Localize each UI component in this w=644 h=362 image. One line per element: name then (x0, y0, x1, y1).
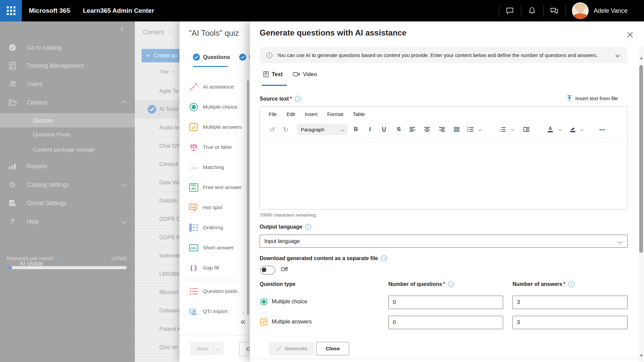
output-language-select[interactable]: Input language (260, 235, 628, 248)
collapse-panel-icon[interactable]: « (240, 316, 246, 327)
breadcrumb[interactable]: Content (143, 29, 170, 36)
mc-num-questions-input[interactable] (388, 296, 503, 309)
indent-button[interactable] (523, 127, 530, 132)
scrollbar-up-arrow[interactable] (640, 57, 643, 59)
text-color-dropdown[interactable] (559, 128, 561, 131)
quiz-row[interactable]: GDPR Co (135, 210, 179, 229)
quiz-row[interactable]: Dolphin (135, 192, 179, 210)
menu-edit[interactable]: Edit (286, 111, 295, 117)
quiz-row[interactable]: Comput (135, 155, 179, 174)
user-avatar[interactable] (572, 2, 589, 19)
bullet-list-button[interactable] (467, 127, 474, 132)
close-panel-button[interactable] (624, 29, 636, 40)
info-icon[interactable]: i (381, 255, 387, 261)
save-button[interactable]: Save (190, 342, 224, 355)
align-left-button[interactable] (410, 127, 416, 132)
feedback-button[interactable] (549, 6, 559, 16)
scrollbar-thumb[interactable] (639, 65, 643, 253)
menu-table[interactable]: Table (353, 111, 365, 117)
sidebar-item-users[interactable]: Users (0, 77, 135, 92)
sidebar-item-go-to-catalog[interactable]: Go to catalog (0, 40, 135, 55)
question-type-gap-fill[interactable]: { } Gap fill (179, 258, 250, 278)
block-format-dropdown[interactable]: Paragraph (297, 124, 347, 135)
scrollbar-down-arrow[interactable] (640, 355, 643, 357)
quiz-row[interactable]: GDPR Kr (135, 229, 179, 247)
sidebar-item-catalog-settings[interactable]: Catalog settings (0, 177, 135, 192)
cancel-button-clipped[interactable]: C (239, 342, 250, 356)
sidebar-item-global-settings[interactable]: A Global Settings (0, 196, 135, 210)
info-icon[interactable]: i (569, 281, 575, 287)
quiz-row[interactable]: Onboard (135, 302, 179, 320)
numbered-list-dropdown[interactable] (512, 128, 514, 131)
menu-format[interactable]: Format (327, 111, 343, 117)
sidebar-item-question-pools[interactable]: Question Pools (0, 127, 135, 142)
notifications-button[interactable] (527, 6, 537, 16)
question-type-short-answer[interactable]: Abc Short answer (179, 238, 250, 258)
user-name[interactable]: Adele Vance (594, 0, 628, 21)
menu-file[interactable]: File (269, 111, 277, 117)
question-type-multiple-choice[interactable]: Multiple choice (179, 97, 250, 117)
text-color-button[interactable]: A (548, 126, 553, 132)
tab-details[interactable]: D (239, 54, 250, 61)
quiz-row[interactable]: Icebreak (135, 247, 179, 265)
question-type-free-text-answer[interactable]: Abcdef Free text answer (179, 177, 250, 197)
more-toolbar-button[interactable]: ••• (599, 127, 605, 132)
sidebar-item-quizzes[interactable]: Quizzes (0, 113, 135, 127)
underline-button[interactable]: U (379, 126, 389, 133)
chevron-down-icon[interactable] (216, 346, 218, 352)
sidebar-item-reports[interactable]: Reports (0, 159, 135, 174)
question-type-ordering[interactable]: Ordering (179, 218, 250, 238)
align-center-button[interactable] (424, 127, 430, 132)
sidebar-collapse-button[interactable] (121, 26, 125, 32)
multiple-answers-label[interactable]: Multiple answers (272, 319, 312, 325)
multiple-choice-radio[interactable] (260, 298, 267, 305)
editor-content-area[interactable] (260, 138, 627, 207)
question-type-multiple-answers[interactable]: Multiple answers (179, 117, 250, 137)
tool-question-pools[interactable]: Question pools (179, 281, 250, 301)
question-type-matching[interactable]: →← Matching (179, 157, 250, 177)
info-icon[interactable]: i (295, 96, 301, 102)
expand-banner-button[interactable] (616, 53, 619, 57)
info-icon[interactable]: i (448, 281, 454, 287)
quiz-row[interactable]: Chat GP (135, 137, 179, 156)
justify-button[interactable] (454, 127, 460, 132)
generate-button[interactable]: Generate (269, 342, 314, 355)
multiple-answers-checkbox[interactable] (260, 318, 267, 325)
panel-scrollbar-thumb[interactable] (247, 80, 249, 315)
ma-num-answers-input[interactable] (513, 316, 628, 329)
sidebar-item-content[interactable]: Content (0, 95, 135, 110)
strikethrough-button[interactable]: S (394, 126, 404, 133)
question-type-true-or-false[interactable]: True or false (179, 137, 250, 157)
info-icon[interactable]: i (305, 224, 311, 230)
scroll-down-chevron-icon[interactable] (242, 308, 244, 314)
quiz-row[interactable]: LMS365 (135, 265, 179, 284)
bullet-list-dropdown[interactable] (479, 128, 481, 131)
breadcrumb-content[interactable]: Content (143, 29, 164, 36)
undo-button[interactable]: ↺ (267, 126, 277, 133)
highlight-button[interactable] (570, 127, 575, 132)
close-button[interactable]: Close (316, 342, 349, 355)
download-toggle[interactable] (260, 266, 275, 275)
tab-video[interactable]: Video (293, 71, 317, 77)
align-right-button[interactable] (439, 127, 445, 132)
quiz-row[interactable]: Microso (135, 284, 179, 302)
create-quiz-button[interactable]: + Create qu (142, 49, 179, 62)
info-icon[interactable]: i (56, 255, 62, 261)
title-column-header[interactable]: Title ↑ (159, 69, 174, 75)
quiz-row[interactable]: Poland K (135, 320, 179, 339)
bold-button[interactable]: B (351, 126, 361, 133)
multiple-choice-label[interactable]: Multiple choice (272, 299, 307, 305)
tab-text[interactable]: Text (263, 71, 283, 77)
sidebar-item-training-management[interactable]: Training Management (0, 58, 135, 73)
highlight-dropdown[interactable] (581, 128, 583, 131)
mc-num-answers-input[interactable] (513, 296, 628, 309)
tool-qti-import[interactable]: QTI import (179, 301, 250, 321)
menu-insert[interactable]: Insert (305, 111, 318, 117)
question-type-hot-spot[interactable]: Hot spot (179, 197, 250, 218)
sidebar-item-help[interactable]: ? Help (0, 214, 135, 229)
sidebar-item-content-package-storage[interactable]: Content package storage (0, 142, 135, 157)
quiz-row[interactable]: Agile Te (135, 82, 179, 101)
quiz-row[interactable]: Audio te (135, 119, 179, 137)
redo-button[interactable]: ↻ (281, 126, 291, 133)
ma-num-questions-input[interactable] (388, 316, 503, 329)
